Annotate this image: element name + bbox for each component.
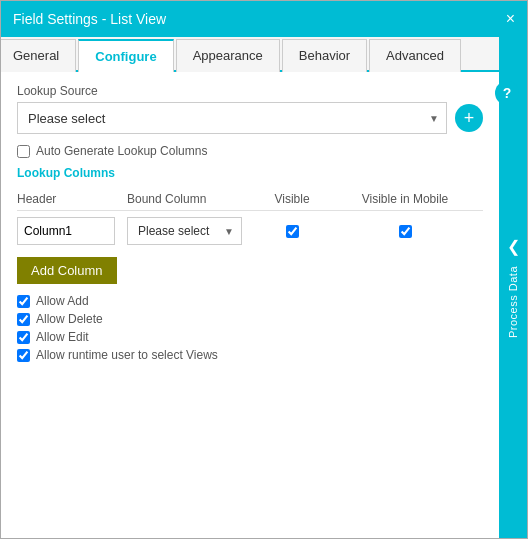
bound-column-select-wrapper: Please select (127, 217, 242, 245)
tab-advanced[interactable]: Advanced (369, 39, 461, 72)
col-header-mobile: Visible in Mobile (327, 192, 483, 206)
content-area: ? General Configure Appearance Behavior … (1, 37, 499, 538)
allow-delete-checkbox[interactable] (17, 313, 30, 326)
lookup-source-row: Lookup Source Please select + (17, 84, 483, 134)
sidebar-container: ❮ Process Data (507, 37, 520, 538)
mobile-checkbox[interactable] (399, 225, 412, 238)
process-data-sidebar[interactable]: ❮ Process Data (499, 37, 527, 538)
allow-add-label: Allow Add (36, 294, 89, 308)
allow-add-checkbox[interactable] (17, 295, 30, 308)
allow-views-label: Allow runtime user to select Views (36, 348, 218, 362)
allow-add-row: Allow Add (17, 294, 483, 308)
auto-generate-row: Auto Generate Lookup Columns (17, 144, 483, 158)
allow-delete-row: Allow Delete (17, 312, 483, 326)
window: Field Settings - List View × ? General C… (0, 0, 528, 539)
table-row: Please select (17, 217, 483, 245)
allow-views-row: Allow runtime user to select Views (17, 348, 483, 362)
col-bound: Please select (127, 217, 257, 245)
chevron-left-icon: ❮ (507, 237, 520, 256)
visible-checkbox[interactable] (286, 225, 299, 238)
main-layout: ? General Configure Appearance Behavior … (1, 37, 527, 538)
tab-appearance[interactable]: Appearance (176, 39, 280, 72)
configure-panel: Lookup Source Please select + Auto Gener… (1, 72, 499, 538)
allow-edit-checkbox[interactable] (17, 331, 30, 344)
lookup-source-label: Lookup Source (17, 84, 483, 98)
col-visible (257, 225, 327, 238)
allow-edit-row: Allow Edit (17, 330, 483, 344)
col-mobile (327, 225, 483, 238)
close-button[interactable]: × (506, 11, 515, 27)
window-title: Field Settings - List View (13, 11, 166, 27)
col-input (17, 217, 127, 245)
col-header-visible: Visible (257, 192, 327, 206)
tab-general[interactable]: General (1, 39, 76, 72)
allow-views-checkbox[interactable] (17, 349, 30, 362)
header-input[interactable] (17, 217, 115, 245)
col-header-bound: Bound Column (127, 192, 257, 206)
add-column-button[interactable]: Add Column (17, 257, 117, 284)
process-data-label: Process Data (507, 266, 519, 338)
lookup-source-select-wrapper: Please select (17, 102, 447, 134)
table-header: Header Bound Column Visible Visible in M… (17, 186, 483, 211)
bound-column-select[interactable]: Please select (127, 217, 242, 245)
auto-generate-label: Auto Generate Lookup Columns (36, 144, 207, 158)
allow-edit-label: Allow Edit (36, 330, 89, 344)
tab-configure[interactable]: Configure (78, 39, 173, 72)
lookup-source-add-button[interactable]: + (455, 104, 483, 132)
tab-behavior[interactable]: Behavior (282, 39, 367, 72)
allow-delete-label: Allow Delete (36, 312, 103, 326)
title-bar: Field Settings - List View × (1, 1, 527, 37)
lookup-columns-label: Lookup Columns (17, 166, 483, 180)
lookup-source-select[interactable]: Please select (17, 102, 447, 134)
lookup-source-select-row: Please select + (17, 102, 483, 134)
col-header-header: Header (17, 192, 127, 206)
auto-generate-checkbox[interactable] (17, 145, 30, 158)
tabs-bar: General Configure Appearance Behavior Ad… (1, 37, 499, 72)
